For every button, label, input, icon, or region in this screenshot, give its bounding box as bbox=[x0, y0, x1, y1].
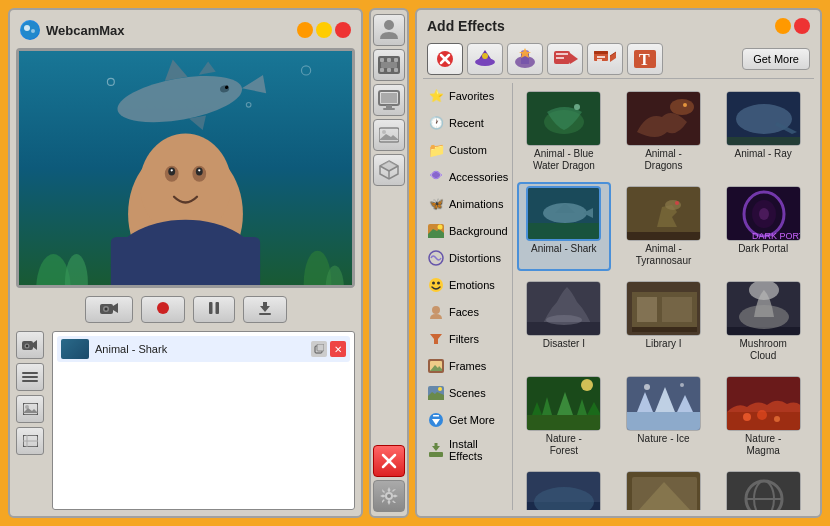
strip-btn-box[interactable] bbox=[373, 154, 405, 186]
category-recent[interactable]: 🕐 Recent bbox=[423, 110, 508, 136]
effect-label: Nature -Forest bbox=[546, 433, 582, 457]
category-distortions[interactable]: Distortions bbox=[423, 245, 508, 271]
category-label: Accessories bbox=[449, 171, 508, 183]
effect-card-trex[interactable]: Animal -Tyrannosaur bbox=[617, 182, 711, 271]
strip-btn-image[interactable] bbox=[373, 119, 405, 151]
svg-rect-89 bbox=[556, 57, 564, 59]
category-frames[interactable]: Frames bbox=[423, 353, 508, 379]
strip-btn-monitor[interactable] bbox=[373, 84, 405, 116]
effect-card-nature-magma[interactable]: Nature -Magma bbox=[716, 372, 810, 461]
category-background[interactable]: Background bbox=[423, 218, 508, 244]
svg-point-169 bbox=[680, 383, 684, 387]
effect-card-dark-portal[interactable]: DARK PORTAL Dark Portal bbox=[716, 182, 810, 271]
tab-remove[interactable] bbox=[427, 43, 463, 75]
svg-marker-29 bbox=[113, 303, 118, 313]
svg-rect-55 bbox=[387, 58, 391, 62]
svg-rect-59 bbox=[394, 68, 398, 72]
effect-card-nature-ice[interactable]: Nature - Ice bbox=[617, 372, 711, 461]
svg-marker-46 bbox=[23, 408, 38, 413]
category-label: Scenes bbox=[449, 387, 486, 399]
right-close-button[interactable] bbox=[794, 18, 810, 34]
strip-btn-stop[interactable] bbox=[373, 445, 405, 477]
frames-icon bbox=[427, 357, 445, 375]
svg-point-52 bbox=[384, 20, 394, 30]
category-custom[interactable]: 📁 Custom bbox=[423, 137, 508, 163]
tab-text[interactable]: T bbox=[627, 43, 663, 75]
emotions-icon bbox=[427, 276, 445, 294]
strip-btn-settings[interactable] bbox=[373, 480, 405, 512]
camera-icon-btn[interactable] bbox=[16, 331, 44, 359]
app-title: WebcamMax bbox=[46, 23, 291, 38]
video-preview bbox=[16, 48, 355, 288]
effect-card-image bbox=[726, 281, 801, 336]
effect-card-blue-water-dragon[interactable]: Animal - BlueWater Dragon bbox=[517, 87, 611, 176]
effect-card-shark[interactable]: Animal - Shark bbox=[517, 182, 611, 271]
tab-tag[interactable] bbox=[547, 43, 583, 75]
effect-name: Animal - Shark bbox=[95, 343, 305, 355]
pause-button[interactable] bbox=[193, 296, 235, 323]
strip-btn-person[interactable] bbox=[373, 14, 405, 46]
category-get-more[interactable]: Get More bbox=[423, 407, 508, 433]
effect-card-image bbox=[626, 281, 701, 336]
image-icon-btn[interactable] bbox=[16, 395, 44, 423]
svg-marker-67 bbox=[379, 134, 399, 140]
svg-rect-34 bbox=[215, 302, 219, 314]
effect-card-image bbox=[526, 376, 601, 431]
svg-rect-128 bbox=[727, 137, 801, 146]
svg-rect-27 bbox=[111, 237, 260, 285]
record-button[interactable] bbox=[141, 296, 185, 323]
category-scenes[interactable]: Scenes bbox=[423, 380, 508, 406]
tab-star[interactable] bbox=[507, 43, 543, 75]
category-accessories[interactable]: Accessories bbox=[423, 164, 508, 190]
effect-label: Animal - BlueWater Dragon bbox=[533, 148, 595, 172]
camera-button[interactable] bbox=[85, 296, 133, 323]
svg-rect-57 bbox=[380, 68, 384, 72]
svg-point-162 bbox=[581, 379, 593, 391]
effect-item-controls: ✕ bbox=[311, 341, 346, 357]
category-filters[interactable]: Filters bbox=[423, 326, 508, 352]
category-label: Emotions bbox=[449, 279, 495, 291]
category-label: Recent bbox=[449, 117, 484, 129]
category-label: Background bbox=[449, 225, 508, 237]
effect-label: MushroomCloud bbox=[740, 338, 787, 362]
effect-card-dragons[interactable]: Animal -Dragons bbox=[617, 87, 711, 176]
tab-hat[interactable] bbox=[467, 43, 503, 75]
category-faces[interactable]: Faces bbox=[423, 299, 508, 325]
tab-edit[interactable] bbox=[587, 43, 623, 75]
effect-card-nature-forest[interactable]: Nature -Forest bbox=[517, 372, 611, 461]
category-install[interactable]: InstallEffects bbox=[423, 434, 508, 466]
effect-card-bottom1[interactable] bbox=[517, 467, 611, 510]
category-label: Distortions bbox=[449, 252, 501, 264]
effect-card-ray[interactable]: Animal - Ray bbox=[716, 87, 810, 176]
category-animations[interactable]: 🦋 Animations bbox=[423, 191, 508, 217]
strip-btn-film[interactable] bbox=[373, 49, 405, 81]
svg-rect-64 bbox=[383, 108, 395, 110]
close-button[interactable] bbox=[335, 22, 351, 38]
effect-card-bottom3[interactable] bbox=[716, 467, 810, 510]
effect-card-disaster[interactable]: Disaster I bbox=[517, 277, 611, 366]
effect-card-image bbox=[726, 471, 801, 510]
category-emotions[interactable]: Emotions bbox=[423, 272, 508, 298]
minimize-button[interactable] bbox=[297, 22, 313, 38]
effect-card-library[interactable]: Library I bbox=[617, 277, 711, 366]
effect-card-bottom2[interactable] bbox=[617, 467, 711, 510]
scenes-icon bbox=[427, 384, 445, 402]
bottom-panel: Animal - Shark ✕ bbox=[16, 331, 355, 510]
effects-grid: Animal - BlueWater Dragon Animal -Dragon… bbox=[517, 87, 810, 510]
image2-icon-btn[interactable] bbox=[16, 427, 44, 455]
category-favorites[interactable]: ⭐ Favorites bbox=[423, 83, 508, 109]
effect-card-mushroom[interactable]: MushroomCloud bbox=[716, 277, 810, 366]
list-icon-btn[interactable] bbox=[16, 363, 44, 391]
svg-point-82 bbox=[482, 53, 488, 59]
right-minimize-button[interactable] bbox=[775, 18, 791, 34]
svg-point-174 bbox=[757, 410, 767, 420]
effect-card-image bbox=[526, 281, 601, 336]
get-more-button[interactable]: Get More bbox=[742, 48, 810, 70]
maximize-button[interactable] bbox=[316, 22, 332, 38]
animations-icon: 🦋 bbox=[427, 195, 445, 213]
delete-effect-button[interactable]: ✕ bbox=[330, 341, 346, 357]
download-button[interactable] bbox=[243, 296, 287, 323]
list-item[interactable]: Animal - Shark ✕ bbox=[57, 336, 350, 362]
copy-effect-button[interactable] bbox=[311, 341, 327, 357]
svg-text:T: T bbox=[639, 51, 650, 68]
